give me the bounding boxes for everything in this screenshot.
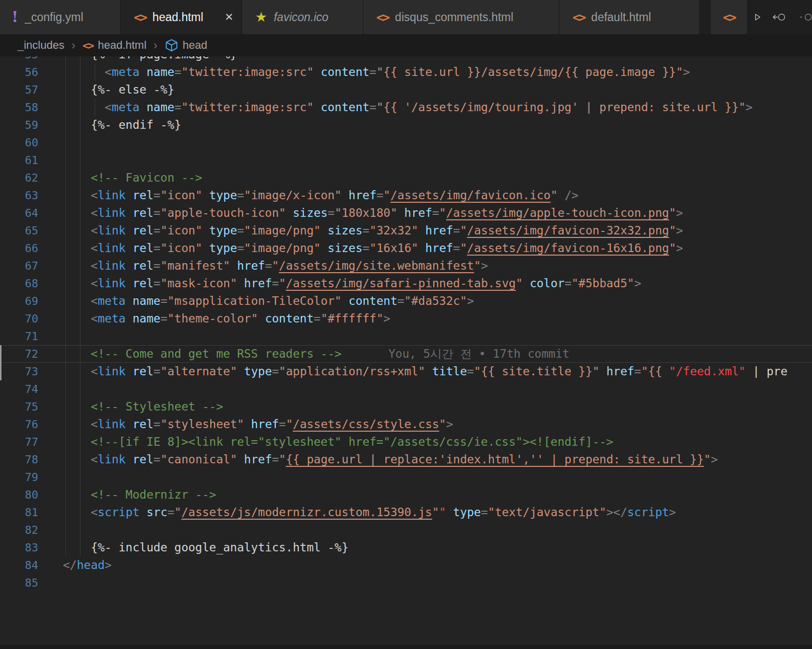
code-line[interactable]: 59 {%- endif -%}	[0, 116, 812, 134]
code-text: {%- endif -%}	[63, 116, 181, 134]
code-line[interactable]: 65 <link rel="icon" type="image/png" siz…	[0, 222, 812, 239]
code-line[interactable]: 82	[0, 521, 812, 539]
code-text: <link rel="icon" type="image/png" sizes=…	[63, 239, 683, 257]
tab-label: favicon.ico	[274, 11, 329, 24]
line-number: 74	[0, 380, 38, 398]
line-number: 70	[0, 310, 38, 328]
line-number: 83	[0, 539, 38, 556]
indent-guide	[65, 521, 66, 539]
code-line[interactable]: 64 <link rel="apple-touch-icon" sizes="1…	[0, 204, 812, 222]
code-line[interactable]: 74	[0, 380, 812, 398]
tab-default-html[interactable]: <> default.html	[559, 0, 700, 34]
bottom-strip	[0, 645, 812, 649]
indent-guide	[80, 151, 80, 169]
line-number: 73	[0, 363, 38, 380]
yaml-file-icon: !	[12, 10, 18, 25]
code-text: <!-- Modernizr -->	[63, 486, 216, 504]
indent-guide	[65, 380, 66, 398]
code-text: {%- if page.image -%}	[63, 56, 237, 63]
code-line[interactable]: 78 <link rel="canonical" href="{{ page.u…	[0, 451, 812, 468]
code-line[interactable]: 76 <link rel="stylesheet" href="/assets/…	[0, 416, 812, 433]
line-number: 62	[0, 169, 38, 187]
line-number: 81	[0, 504, 38, 521]
indent-guide	[80, 134, 80, 151]
code-line[interactable]: 61	[0, 151, 812, 169]
code-line[interactable]: 73 <link rel="alternate" type="applicati…	[0, 363, 812, 380]
symbol-cube-icon	[165, 38, 179, 52]
code-line[interactable]: 72 <!-- Come and get me RSS readers -->Y…	[0, 345, 812, 363]
code-line[interactable]: 58 <meta name="twitter:image:src" conten…	[0, 99, 812, 116]
indent-guide	[65, 134, 66, 151]
code-text: <link rel="manifest" href="/assets/img/s…	[63, 257, 488, 275]
tab-bar: ! _config.yml <> head.html ✕ ★ favicon.i…	[0, 0, 812, 34]
line-number: 80	[0, 486, 38, 504]
code-text: <meta name="theme-color" content="#fffff…	[63, 310, 390, 328]
code-line[interactable]: 55 {%- if page.image -%}	[0, 56, 812, 63]
code-line[interactable]: 84</head>	[0, 556, 812, 574]
tab-disqus-comments-html[interactable]: <> disqus_comments.html	[363, 0, 559, 34]
gutter-change-indicator	[0, 363, 2, 380]
code-line[interactable]: 81 <script src="/assets/js/modernizr.cus…	[0, 504, 812, 521]
tab-label: disqus_comments.html	[395, 11, 513, 24]
tab-head-html[interactable]: <> head.html ✕	[121, 0, 242, 34]
line-number: 85	[0, 574, 38, 592]
code-line[interactable]: 67 <link rel="manifest" href="/assets/im…	[0, 257, 812, 275]
code-line[interactable]: 77 <!--[if IE 8]><link rel="stylesheet" …	[0, 433, 812, 451]
line-number: 78	[0, 451, 38, 468]
line-number: 71	[0, 328, 38, 345]
line-number: 72	[0, 345, 38, 363]
code-line[interactable]: 66 <link rel="icon" type="image/png" siz…	[0, 239, 812, 257]
code-line[interactable]: 80 <!-- Modernizr -->	[0, 486, 812, 504]
line-number: 57	[0, 81, 38, 99]
code-text: <link rel="canonical" href="{{ page.url …	[63, 451, 718, 468]
code-line[interactable]: 68 <link rel="mask-icon" href="/assets/i…	[0, 275, 812, 292]
chevron-right-icon: ›	[153, 38, 157, 52]
tab-label: default.html	[591, 11, 651, 24]
gutter-change-indicator	[0, 345, 2, 363]
code-text: <link rel="icon" type="image/png" sizes=…	[63, 222, 683, 239]
line-number: 60	[0, 134, 38, 151]
breadcrumb-symbol[interactable]: head	[183, 39, 207, 52]
breadcrumb-folder[interactable]: _includes	[18, 39, 64, 52]
code-line[interactable]: 79	[0, 468, 812, 486]
code-line[interactable]: 75 <!-- Stylesheet -->	[0, 398, 812, 416]
code-line[interactable]: 57 {%- else -%}	[0, 81, 812, 99]
more-actions-icon[interactable]	[798, 10, 812, 25]
code-line[interactable]: 62 <!-- Favicon -->	[0, 169, 812, 187]
code-text: <!-- Favicon -->	[63, 169, 202, 187]
code-text: <link rel="icon" type="image/x-icon" hre…	[63, 187, 579, 204]
tab-overflow-partial[interactable]: <>	[711, 0, 748, 34]
line-number: 79	[0, 468, 38, 486]
code-line[interactable]: 60	[0, 134, 812, 151]
line-number: 68	[0, 275, 38, 292]
editor-actions	[748, 0, 812, 34]
line-number: 67	[0, 257, 38, 275]
tab-favicon-ico[interactable]: ★ favicon.ico	[242, 0, 363, 34]
code-line[interactable]: 63 <link rel="icon" type="image/x-icon" …	[0, 187, 812, 204]
close-tab-icon[interactable]: ✕	[224, 11, 233, 23]
code-line[interactable]: 69 <meta name="msapplication-TileColor" …	[0, 292, 812, 310]
line-number: 65	[0, 222, 38, 239]
code-line[interactable]: 83 {%- include google_analytics.html -%}	[0, 539, 812, 556]
tab-config-yml[interactable]: ! _config.yml	[0, 0, 121, 34]
indent-guide	[80, 521, 80, 539]
code-text: {%- else -%}	[63, 81, 175, 99]
html-file-icon: <>	[83, 39, 93, 52]
code-line[interactable]: 71	[0, 328, 812, 345]
run-button[interactable]	[753, 10, 762, 25]
html-file-icon: <>	[134, 11, 146, 24]
line-number: 61	[0, 151, 38, 169]
code-text: </head>	[63, 556, 112, 574]
line-number: 55	[0, 56, 38, 63]
code-line[interactable]: 85	[0, 574, 812, 592]
chevron-right-icon: ›	[71, 38, 75, 52]
indent-guide	[80, 328, 80, 345]
code-line[interactable]: 56 <meta name="twitter:image:src" conten…	[0, 63, 812, 81]
open-changes-icon[interactable]	[772, 10, 785, 25]
code-text: <meta name="twitter:image:src" content="…	[63, 99, 753, 116]
git-blame-annotation: You, 5시간 전 • 17th commit	[388, 345, 570, 363]
code-editor[interactable]: 55 {%- if page.image -%}56 <meta name="t…	[0, 56, 812, 649]
line-number: 77	[0, 433, 38, 451]
code-line[interactable]: 70 <meta name="theme-color" content="#ff…	[0, 310, 812, 328]
breadcrumb-file[interactable]: head.html	[98, 39, 146, 52]
